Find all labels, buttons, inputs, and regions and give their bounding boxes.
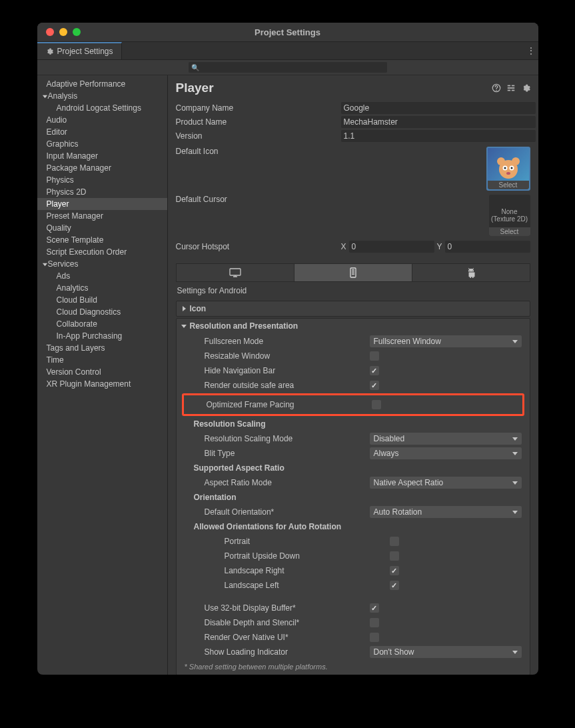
sidebar-item-analytics[interactable]: Analytics (37, 282, 167, 294)
render-safe-area-checkbox[interactable] (370, 381, 379, 390)
sidebar-item-package-manager[interactable]: Package Manager (37, 162, 167, 174)
icon-select-button[interactable]: Select (488, 181, 529, 189)
sidebar-item-label: Ads (57, 271, 71, 281)
sidebar-item-collaborate[interactable]: Collaborate (37, 318, 167, 330)
chevron-down-icon (181, 323, 187, 329)
sidebar-item-player[interactable]: Player (37, 198, 167, 210)
sidebar-item-preset-manager[interactable]: Preset Manager (37, 210, 167, 222)
sidebar-item-label: Version Control (47, 367, 101, 377)
default-cursor-slot[interactable]: None (Texture 2D) Select (489, 195, 530, 236)
cursor-none-text: None (502, 208, 518, 215)
svg-rect-1 (507, 85, 510, 87)
landscape-left-label: Landscape Left (185, 581, 390, 590)
render-over-native-checkbox[interactable] (370, 633, 379, 642)
fullscreen-mode-dropdown[interactable]: Fullscreen Window (370, 335, 522, 347)
loading-indicator-dropdown[interactable]: Don't Show (370, 646, 522, 658)
sidebar-item-cloud-diagnostics[interactable]: Cloud Diagnostics (37, 306, 167, 318)
aspect-mode-dropdown[interactable]: Native Aspect Ratio (370, 477, 522, 489)
scaling-mode-label: Resolution Scaling Mode (185, 434, 370, 443)
sidebar-item-adaptive-performance[interactable]: Adaptive Performance (37, 78, 167, 90)
sidebar-item-services[interactable]: Services (37, 258, 167, 270)
frame-pacing-checkbox[interactable] (372, 400, 381, 409)
sidebar-item-tags-and-layers[interactable]: Tags and Layers (37, 342, 167, 354)
sidebar-item-analysis[interactable]: Analysis (37, 90, 167, 102)
default-orientation-dropdown[interactable]: Auto Rotation (370, 506, 522, 518)
aspect-mode-label: Aspect Ratio Mode (185, 478, 370, 487)
platform-tab-server[interactable] (294, 264, 412, 281)
default-cursor-label: Default Cursor (176, 195, 341, 204)
sidebar-item-audio[interactable]: Audio (37, 114, 167, 126)
sidebar-item-editor[interactable]: Editor (37, 126, 167, 138)
blit-type-dropdown[interactable]: Always (370, 447, 522, 459)
sidebar-item-physics[interactable]: Physics (37, 174, 167, 186)
sidebar-item-time[interactable]: Time (37, 354, 167, 366)
portrait-checkbox[interactable] (390, 537, 399, 546)
shared-setting-note: * Shared setting between multiple platfo… (185, 660, 522, 671)
sidebar-item-scene-template[interactable]: Scene Template (37, 234, 167, 246)
settings-icon[interactable] (521, 83, 530, 93)
sidebar-item-label: Preset Manager (47, 211, 103, 221)
sidebar-item-version-control[interactable]: Version Control (37, 366, 167, 378)
platform-tab-desktop[interactable] (177, 264, 294, 281)
search-input[interactable]: 🔍 (189, 62, 387, 73)
svg-point-17 (472, 270, 472, 271)
hotspot-y-input[interactable] (445, 241, 530, 253)
scaling-mode-dropdown[interactable]: Disabled (370, 433, 522, 445)
sidebar-item-label: XR Plugin Management (47, 379, 131, 389)
company-name-input[interactable] (341, 102, 536, 114)
disable-depth-checkbox[interactable] (370, 618, 379, 627)
server-icon (348, 267, 358, 278)
resizable-window-checkbox[interactable] (370, 351, 379, 361)
landscape-right-checkbox[interactable] (390, 566, 399, 575)
product-name-label: Product Name (176, 117, 341, 127)
sidebar-item-label: Cloud Diagnostics (57, 307, 121, 317)
sidebar-item-input-manager[interactable]: Input Manager (37, 150, 167, 162)
portrait-upside-down-checkbox[interactable] (390, 551, 399, 561)
tab-menu-button[interactable]: ⋮ (524, 42, 538, 59)
hotspot-y-label: Y (437, 242, 442, 251)
sidebar-item-cloud-build[interactable]: Cloud Build (37, 294, 167, 306)
help-icon[interactable] (492, 83, 501, 93)
sidebar-item-label: Adaptive Performance (47, 79, 126, 89)
sidebar-item-label: Audio (47, 115, 67, 125)
tab-project-settings[interactable]: Project Settings (37, 42, 122, 59)
sidebar-item-script-execution-order[interactable]: Script Execution Order (37, 246, 167, 258)
cursor-select-button[interactable]: Select (489, 227, 530, 236)
landscape-left-checkbox[interactable] (390, 581, 399, 590)
preset-icon[interactable] (506, 83, 516, 93)
svg-point-16 (469, 270, 470, 271)
version-input[interactable] (341, 130, 536, 142)
hotspot-x-input[interactable] (349, 241, 434, 253)
section-icon-header[interactable]: Icon (177, 301, 530, 316)
svg-point-12 (510, 167, 512, 169)
section-resolution-header[interactable]: Resolution and Presentation (177, 319, 530, 333)
settings-for-label: Settings for Android (168, 282, 538, 299)
platform-tab-android[interactable] (412, 264, 530, 281)
sidebar-item-graphics[interactable]: Graphics (37, 138, 167, 150)
sidebar-item-android-logcat-settings[interactable]: Android Logcat Settings (37, 102, 167, 114)
sidebar-item-physics-2d[interactable]: Physics 2D (37, 186, 167, 198)
blit-type-label: Blit Type (185, 449, 370, 458)
cursor-hotspot-label: Cursor Hotspot (176, 242, 341, 251)
cursor-type-text: (Texture 2D) (491, 215, 528, 223)
product-name-input[interactable] (341, 116, 536, 128)
project-settings-window: Project Settings Project Settings ⋮ 🔍 Ad… (37, 23, 538, 675)
sidebar-item-in-app-purchasing[interactable]: In-App Purchasing (37, 330, 167, 342)
sidebar-item-label: Time (47, 355, 64, 365)
platform-tabs (176, 263, 530, 282)
sidebar-item-quality[interactable]: Quality (37, 222, 167, 234)
svg-rect-14 (230, 269, 241, 275)
android-icon (466, 267, 476, 278)
resizable-window-label: Resizable Window (185, 351, 370, 361)
sidebar-item-ads[interactable]: Ads (37, 270, 167, 282)
sidebar-item-xr-plugin-management[interactable]: XR Plugin Management (37, 378, 167, 390)
default-icon-slot[interactable]: Select (486, 147, 530, 191)
fullscreen-mode-label: Fullscreen Mode (185, 337, 370, 346)
sidebar: Adaptive PerformanceAnalysisAndroid Logc… (37, 75, 168, 675)
loading-indicator-label: Show Loading Indicator (185, 647, 370, 657)
aspect-ratio-header: Supported Aspect Ratio (185, 463, 359, 473)
use-32bit-label: Use 32-bit Display Buffer* (185, 603, 370, 613)
use-32bit-checkbox[interactable] (370, 603, 379, 613)
hide-nav-bar-checkbox[interactable] (370, 366, 379, 375)
sidebar-item-label: Services (48, 259, 79, 269)
